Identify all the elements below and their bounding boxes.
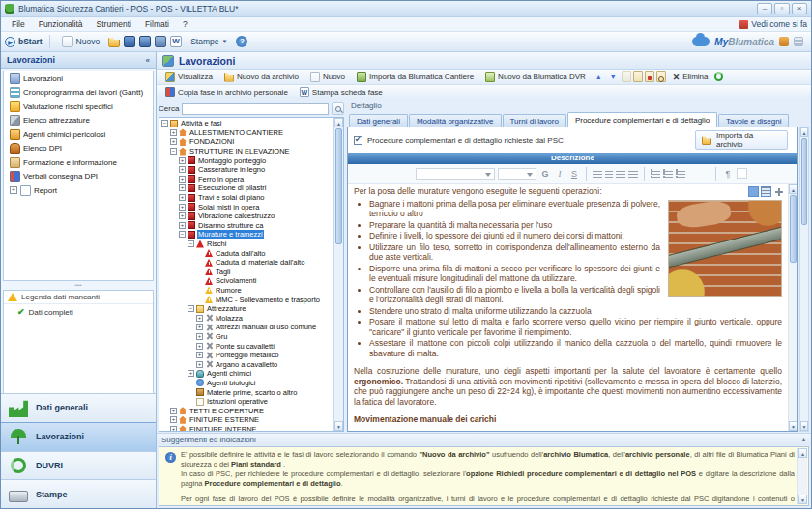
font-size-select[interactable]	[498, 168, 536, 180]
mybloomatica-brand[interactable]: MyBlumatica	[692, 37, 807, 47]
new-button[interactable]: Nuovo	[57, 35, 105, 48]
menu-item-funzionalit[interactable]: Funzionalità	[32, 19, 90, 29]
search-icon[interactable]	[332, 102, 344, 115]
expand-plus-icon[interactable]: +	[179, 222, 186, 229]
tree-item-gru[interactable]: +Gru	[160, 332, 334, 342]
importa-da-archivio-button[interactable]: Importa da archivio	[695, 130, 788, 150]
search-archive-icon[interactable]	[656, 71, 666, 82]
collapse-minus-icon[interactable]: −	[188, 305, 194, 312]
search-input[interactable]	[182, 103, 329, 115]
sidebar-nav-dati-generali[interactable]: Dati generali	[1, 393, 156, 422]
sidebar-item-verbali-consegna-dpi[interactable]: Verbali consegna DPI	[4, 170, 153, 184]
italic-button[interactable]: I	[554, 169, 566, 179]
sidebar-item-lavorazioni[interactable]: Lavorazioni	[4, 71, 153, 86]
bullet-list-icon[interactable]	[651, 169, 660, 178]
elimina-button[interactable]: ✕Elimina	[668, 71, 713, 83]
tree-item-istruzioni-operative[interactable]: Istruzioni operative	[160, 397, 334, 407]
tree-item-casserature-in-legno[interactable]: +Casserature in legno	[160, 165, 334, 175]
menu-item-file[interactable]: File	[5, 19, 32, 29]
paste-icon[interactable]	[633, 71, 643, 82]
detail-scrollbar[interactable]: ▲ ▼	[799, 127, 809, 432]
collapse-minus-icon[interactable]: −	[170, 148, 177, 155]
copy-icon[interactable]	[622, 71, 631, 82]
help-icon[interactable]: ?	[236, 36, 247, 47]
expand-plus-icon[interactable]: +	[10, 186, 17, 194]
tree-item-caduta-dall-alto[interactable]: Caduta dall'alto	[160, 248, 334, 258]
sidebar-item-report[interactable]: +Report	[4, 184, 153, 198]
move-down-icon[interactable]: ▼	[607, 73, 620, 80]
expand-plus-icon[interactable]: +	[170, 426, 177, 431]
collapse-minus-icon[interactable]: −	[179, 231, 186, 238]
description-editor[interactable]: Per la posa delle murature vengono esegu…	[348, 184, 798, 431]
tree-item-ferro-in-opera[interactable]: +Ferro in opera	[160, 175, 334, 184]
restore-button[interactable]: ▫	[774, 3, 790, 14]
expand-plus-icon[interactable]: +	[179, 166, 186, 173]
font-family-select[interactable]	[416, 168, 495, 180]
importa-cantiere-button[interactable]: Importa da Blumatica Cantiere	[352, 71, 478, 83]
image-move-icon[interactable]	[773, 186, 784, 197]
expand-plus-icon[interactable]: +	[196, 333, 203, 340]
underline-button[interactable]: S	[568, 169, 580, 179]
tree-item-montaggio-ponteggio[interactable]: +Montaggio ponteggio	[160, 156, 334, 165]
align-right-icon[interactable]	[616, 169, 625, 178]
tree-item-solai-misti-in-opera[interactable]: +Solai misti in opera	[160, 202, 334, 212]
sidebar-item-formazione-e-informazione[interactable]: Formazione e informazione	[4, 156, 153, 170]
expand-plus-icon[interactable]: +	[179, 184, 186, 191]
tree-item-finiture-esterne[interactable]: +FINITURE ESTERNE	[160, 415, 334, 425]
tab-tavole-e-disegni[interactable]: Tavole e disegni	[718, 114, 789, 127]
sidebar-item-elenco-attrezzature[interactable]: Elenco attrezzature	[4, 114, 153, 128]
expand-plus-icon[interactable]: +	[179, 212, 186, 219]
align-justify-icon[interactable]	[628, 169, 638, 178]
numbered-list-icon[interactable]	[663, 169, 673, 178]
sidebar-nav-stampe[interactable]: Stampe	[1, 479, 156, 508]
align-center-icon[interactable]	[605, 169, 613, 178]
expand-plus-icon[interactable]: +	[196, 324, 203, 330]
word-doc-icon[interactable]: W	[170, 36, 182, 47]
expand-plus-icon[interactable]: +	[179, 176, 186, 183]
close-button[interactable]: ×	[792, 3, 807, 14]
tree-item-disarmo-strutture-ca[interactable]: +Disarmo strutture ca	[160, 221, 334, 231]
scroll-up-icon[interactable]: ▲	[798, 448, 807, 458]
tree-item-strutture-in-elevazione[interactable]: −STRUTTURE IN ELEVAZIONE	[160, 147, 334, 156]
scroll-thumb[interactable]	[335, 128, 342, 244]
tree-item-agenti-chimici[interactable]: +Agenti chimici	[160, 369, 334, 379]
expand-plus-icon[interactable]: +	[196, 352, 203, 358]
sidebar-nav-lavorazioni[interactable]: Lavorazioni	[1, 422, 156, 451]
tree-item-finiture-interne[interactable]: +FINITURE INTERNE	[160, 425, 334, 431]
save-icon[interactable]	[124, 36, 135, 47]
vedi-come-si-fa-link[interactable]: Vedi come si fa	[740, 19, 807, 29]
paste-special-icon[interactable]	[645, 71, 654, 82]
tree-item-argano-a-cavalletto[interactable]: +Argano a cavalletto	[160, 359, 334, 369]
menu-item-item[interactable]: ?	[176, 19, 194, 29]
expand-plus-icon[interactable]: +	[170, 129, 177, 136]
expand-plus-icon[interactable]: +	[179, 194, 186, 201]
scroll-up-icon[interactable]: ▲	[800, 127, 808, 137]
tab-procedure-complementari-e-di-dettaglio[interactable]: Procedure complementari e di dettaglio	[567, 112, 717, 127]
tree-item-attrezzature[interactable]: −Attrezzature	[160, 304, 334, 314]
suggestions-scrollbar[interactable]: ▲ ▼	[798, 448, 807, 504]
save-as-icon[interactable]	[139, 36, 151, 47]
collapse-panel-icon[interactable]: ▲	[801, 437, 806, 442]
tree-scrollbar[interactable]: ▲ ▼	[334, 118, 343, 431]
move-up-icon[interactable]: ▲	[593, 73, 605, 80]
refresh-icon[interactable]	[714, 72, 723, 81]
tree-item-travi-e-solai-di-piano[interactable]: +Travi e solai di piano	[160, 193, 334, 203]
stampa-scheda-button[interactable]: WStampa scheda fase	[295, 86, 388, 98]
open-folder-icon[interactable]	[108, 36, 120, 47]
tab-turni-di-lavoro[interactable]: Turni di lavoro	[503, 114, 566, 127]
sidebar-item-agenti-chimici-pericolosi[interactable]: Agenti chimici pericolosi	[4, 127, 153, 142]
tree-item-esecuzione-di-pilastri[interactable]: +Esecuzione di pilastri	[160, 184, 334, 193]
expand-plus-icon[interactable]: +	[179, 157, 186, 164]
indent-icon[interactable]	[676, 169, 685, 178]
stampe-dropdown[interactable]: Stampe ▼	[186, 36, 232, 47]
expand-plus-icon[interactable]: +	[196, 343, 203, 350]
collapse-minus-icon[interactable]: −	[188, 240, 194, 247]
menu-item-filmati[interactable]: Filmati	[138, 19, 176, 29]
image-inline-icon[interactable]	[748, 186, 759, 197]
tree-item-vibrazione-calcestruzzo[interactable]: +Vibrazione calcestruzzo	[160, 212, 334, 221]
expand-plus-icon[interactable]: +	[196, 315, 203, 322]
minimize-button[interactable]: –	[757, 3, 772, 14]
tree-item-rischi[interactable]: −Rischi	[160, 240, 334, 249]
nuovo-button[interactable]: Nuovo	[305, 71, 350, 83]
bstart-button[interactable]: ▶ bStart	[5, 37, 43, 47]
